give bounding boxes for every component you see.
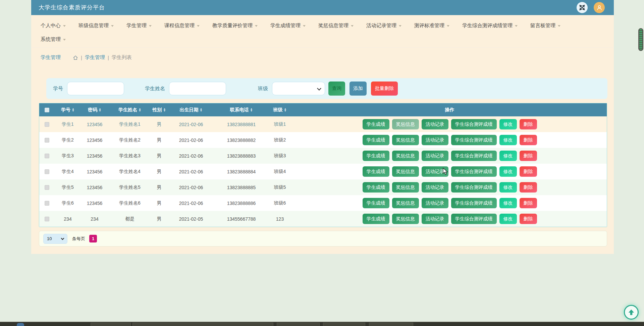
student-scores-button[interactable]: 学生成绩 <box>363 182 389 193</box>
taskbar-item[interactable] <box>91 323 131 326</box>
delete-button[interactable]: 删除 <box>520 135 537 145</box>
nav-menu-item[interactable]: 系统管理 <box>41 34 66 45</box>
home-icon[interactable] <box>73 55 78 60</box>
activity-records-button[interactable]: 活动记录 <box>422 166 448 177</box>
column-header[interactable]: 联系电话▲▼ <box>215 103 267 116</box>
comprehensive-evaluation-button[interactable]: 学生综合测评成绩 <box>451 166 497 177</box>
table-cell: 123456 <box>81 164 108 179</box>
row-checkbox[interactable] <box>45 217 49 221</box>
student-scores-button[interactable]: 学生成绩 <box>363 214 389 224</box>
batch-delete-button[interactable]: 批量删除 <box>371 82 398 96</box>
taskbar-app-icon[interactable] <box>17 323 24 326</box>
nav-menu-item[interactable]: 课程信息管理 <box>164 20 200 32</box>
table-cell: 班级5 <box>267 179 292 195</box>
delete-button[interactable]: 删除 <box>520 166 537 177</box>
rewards-punishments-button[interactable]: 奖惩信息 <box>392 135 419 145</box>
activity-records-button[interactable]: 活动记录 <box>422 182 448 193</box>
edit-button[interactable]: 修改 <box>499 119 517 129</box>
comprehensive-evaluation-button[interactable]: 学生综合测评成绩 <box>451 151 497 161</box>
rewards-punishments-button[interactable]: 奖惩信息 <box>392 151 419 161</box>
delete-button[interactable]: 删除 <box>520 182 537 193</box>
edit-button[interactable]: 修改 <box>499 182 517 193</box>
row-checkbox[interactable] <box>45 201 49 206</box>
delete-button[interactable]: 删除 <box>520 151 537 161</box>
activity-records-button[interactable]: 活动记录 <box>422 151 448 161</box>
student-scores-button[interactable]: 学生成绩 <box>363 135 389 145</box>
chevron-down-icon <box>303 25 306 27</box>
student-id-input[interactable] <box>67 82 124 95</box>
breadcrumb-path: | 学生管理 | 学生列表 <box>73 54 132 61</box>
activity-records-button[interactable]: 活动记录 <box>422 214 448 224</box>
row-actions: 学生成绩奖惩信息活动记录学生综合测评成绩修改删除 <box>292 135 607 145</box>
table-cell: 男 <box>152 211 167 227</box>
taskbar-item[interactable] <box>132 323 273 326</box>
rewards-punishments-button[interactable]: 奖惩信息 <box>392 166 419 177</box>
sort-desc-icon: ▼ <box>163 110 166 112</box>
nav-menu-item[interactable]: 活动记录管理 <box>366 20 401 32</box>
activity-records-button[interactable]: 活动记录 <box>422 198 448 208</box>
student-scores-button[interactable]: 学生成绩 <box>363 198 389 208</box>
student-scores-button[interactable]: 学生成绩 <box>363 166 389 177</box>
delete-button[interactable]: 删除 <box>520 214 537 224</box>
rewards-punishments-button[interactable]: 奖惩信息 <box>392 182 419 193</box>
column-header[interactable]: 学生姓名▲▼ <box>108 103 152 116</box>
student-scores-button[interactable]: 学生成绩 <box>363 119 389 129</box>
back-to-top-button[interactable] <box>624 305 639 320</box>
taskbar-item[interactable] <box>277 323 320 326</box>
row-checkbox[interactable] <box>45 154 49 158</box>
delete-button[interactable]: 删除 <box>520 198 537 208</box>
taskbar-item[interactable] <box>369 323 413 326</box>
activity-records-button[interactable]: 活动记录 <box>422 135 448 145</box>
current-page-button[interactable]: 1 <box>89 235 97 242</box>
nav-menu-item[interactable]: 留言板管理 <box>530 20 560 32</box>
edit-button[interactable]: 修改 <box>499 166 517 177</box>
row-checkbox[interactable] <box>45 169 49 174</box>
page-scrollbar-thumb[interactable] <box>638 28 643 51</box>
comprehensive-evaluation-button[interactable]: 学生综合测评成绩 <box>451 214 497 224</box>
rewards-punishments-button[interactable]: 奖惩信息 <box>392 119 419 129</box>
row-checkbox[interactable] <box>45 122 49 127</box>
breadcrumb-item-parent[interactable]: 学生管理 <box>85 54 105 61</box>
column-header[interactable]: 密码▲▼ <box>81 103 108 116</box>
fullscreen-button[interactable] <box>577 2 588 13</box>
nav-menu-item[interactable]: 学生成绩管理 <box>270 20 306 32</box>
nav-menu-item[interactable]: 个人中心 <box>41 20 66 32</box>
row-checkbox[interactable] <box>45 138 49 143</box>
nav-menu-item[interactable]: 教学质量评价管理 <box>212 20 258 32</box>
nav-menu-item[interactable]: 测评标准管理 <box>414 20 449 32</box>
user-avatar[interactable] <box>594 2 605 13</box>
nav-menu-item-label: 活动记录管理 <box>366 22 396 29</box>
edit-button[interactable]: 修改 <box>499 198 517 208</box>
rewards-punishments-button[interactable]: 奖惩信息 <box>392 214 419 224</box>
comprehensive-evaluation-button[interactable]: 学生综合测评成绩 <box>451 135 497 145</box>
add-button[interactable]: 添加 <box>350 82 367 96</box>
nav-menu-item[interactable]: 奖惩信息管理 <box>318 20 354 32</box>
page-size-select[interactable]: 10 <box>43 234 67 244</box>
column-header[interactable]: 学号▲▼ <box>54 103 81 116</box>
comprehensive-evaluation-button[interactable]: 学生综合测评成绩 <box>451 119 497 129</box>
query-button[interactable]: 查询 <box>328 82 345 96</box>
delete-button[interactable]: 删除 <box>520 119 537 129</box>
column-header[interactable]: 班级▲▼ <box>267 103 292 116</box>
nav-menu-item[interactable]: 学生管理 <box>126 20 152 32</box>
select-all-checkbox[interactable] <box>45 108 49 112</box>
os-taskbar[interactable] <box>0 322 644 326</box>
row-checkbox[interactable] <box>45 185 49 190</box>
student-scores-button[interactable]: 学生成绩 <box>363 151 389 161</box>
comprehensive-evaluation-button[interactable]: 学生综合测评成绩 <box>451 182 497 193</box>
taskbar-item[interactable] <box>323 323 365 326</box>
student-name-input[interactable] <box>169 82 226 95</box>
comprehensive-evaluation-button[interactable]: 学生综合测评成绩 <box>451 198 497 208</box>
column-header[interactable]: 性别▲▼ <box>152 103 167 116</box>
nav-menu-item[interactable]: 学生综合测评成绩管理 <box>462 20 518 32</box>
edit-button[interactable]: 修改 <box>499 214 517 224</box>
sort-desc-icon: ▼ <box>99 110 101 112</box>
edit-button[interactable]: 修改 <box>499 135 517 145</box>
nav-menu-item[interactable]: 班级信息管理 <box>78 20 114 32</box>
activity-records-button[interactable]: 活动记录 <box>422 119 448 129</box>
table-cell: 234 <box>81 211 108 227</box>
column-header[interactable]: 出生日期▲▼ <box>167 103 215 116</box>
class-select[interactable] <box>272 82 325 95</box>
rewards-punishments-button[interactable]: 奖惩信息 <box>392 198 419 208</box>
edit-button[interactable]: 修改 <box>499 151 517 161</box>
